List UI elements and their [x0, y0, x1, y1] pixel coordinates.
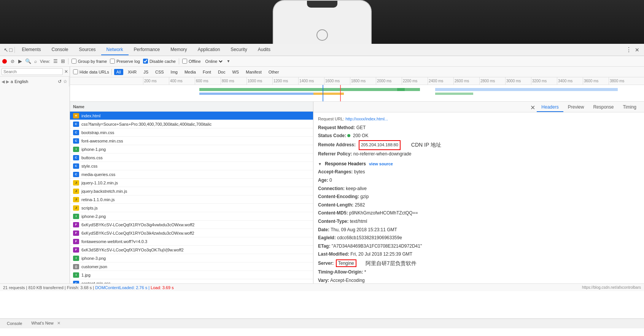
hr-timing-allow: Timing-Allow-Origin: * [318, 268, 639, 277]
filter-manifest[interactable]: Manifest [243, 69, 264, 75]
hr-date: Date: Thu, 09 Aug 2018 15:23:11 GMT [318, 226, 639, 234]
tick-2200: 2200 ms [402, 77, 428, 85]
filter-other[interactable]: Other [266, 69, 281, 75]
tab-console-bottom[interactable]: Console [3, 320, 26, 328]
filter-media[interactable]: Media [182, 69, 198, 75]
disable-cache-checkbox[interactable] [143, 59, 148, 64]
devtools-icon-pointer[interactable]: ↖ [4, 47, 8, 53]
filter-img[interactable]: Img [169, 69, 180, 75]
search-icon[interactable]: ⌕ [34, 59, 37, 64]
group-by-frame-label[interactable]: Group by frame [72, 59, 107, 64]
more-icon[interactable]: ⋮ [626, 46, 632, 53]
hide-data-urls-checkbox[interactable] [73, 69, 78, 74]
file-row-buttons[interactable]: C buttons.css [70, 154, 313, 162]
file-row-media-queries[interactable]: C media-queries.css [70, 170, 313, 179]
tree-view-icon[interactable]: ⊞ [61, 58, 65, 64]
list-view-icon[interactable]: ☰ [53, 58, 58, 64]
file-row-customer-json[interactable]: {} customer.json [70, 262, 313, 271]
tab-sources[interactable]: Sources [74, 45, 101, 55]
file-row-woff2-1[interactable]: F 6xKydSBYKcSV-LCoeQqfX1RYOo3ig4vwlxdu3c… [70, 221, 313, 229]
file-row-style[interactable]: C style.css [70, 162, 313, 170]
tab-response[interactable]: Response [588, 103, 618, 112]
tab-whats-new[interactable]: What's New ✕ [27, 319, 64, 328]
search-clear-icon[interactable]: ✕ [64, 69, 68, 74]
tab-console[interactable]: Console [46, 45, 74, 55]
file-row-iphone3[interactable]: I iphone-3.png [70, 254, 313, 262]
record-button[interactable] [2, 59, 7, 64]
refresh-icon[interactable]: ↺ [58, 79, 62, 84]
hr-eagleid: EagleId: cdcc68cb15338281906963359e [318, 234, 639, 242]
file-row-backstretch[interactable]: J jquery.backstretch.min.js [70, 187, 313, 195]
filter-icon[interactable]: 🔍 [25, 58, 31, 64]
tl-load-line [340, 85, 341, 102]
filter-css[interactable]: CSS [153, 69, 166, 75]
file-row-bootstrap[interactable]: C bootstrap.min.css [70, 128, 313, 137]
filter-xhr[interactable]: XHR [126, 69, 139, 75]
tab-security[interactable]: Security [225, 45, 252, 55]
filter-all[interactable]: All [114, 69, 123, 75]
file-row-fontawesome[interactable]: C font-awesome.min.css [70, 137, 313, 145]
tab-preview[interactable]: Preview [563, 103, 589, 112]
file-name: jquery-1.10.2.min.js [81, 181, 118, 185]
file-row-woff2-2[interactable]: F 6xKydSBYKcSV-LCoeQqfX1RYOo3ik4zwlxdu3c… [70, 229, 313, 237]
timeline-bars-container [70, 85, 644, 102]
bookmark-icon[interactable]: ☆ [63, 79, 67, 84]
file-name: retina-1.1.0.min.js [81, 197, 114, 202]
file-icon-img4: I [73, 272, 79, 278]
file-row-iphone2[interactable]: I iphone-2.png [70, 212, 313, 221]
file-name: 6xK3dSBYKcSV-LCoeQqfX1RYOo3qOK7lujVj9w.w… [81, 248, 184, 252]
left-sidebar: ✕ ◀ ▶ a English ↺ ☆ [0, 67, 70, 283]
hide-data-urls-label[interactable]: Hide data URLs [73, 69, 109, 74]
video-icon[interactable]: ▶ [18, 58, 22, 64]
filter-doc[interactable]: Doc [216, 69, 228, 75]
tab-application[interactable]: Application [192, 45, 226, 55]
file-row-woff-fa[interactable]: F fontawesome-webfont.woff?v=4.0.3 [70, 237, 313, 246]
tab-elements[interactable]: Elements [16, 45, 46, 55]
view-source-link[interactable]: view source [369, 162, 393, 166]
file-row-index[interactable]: H index.html [70, 112, 313, 120]
filter-ws[interactable]: WS [230, 69, 241, 75]
tab-memory[interactable]: Memory [165, 45, 192, 55]
panel-close-button[interactable]: ✕ [529, 103, 537, 112]
file-row-1-jpg[interactable]: I 1.jpg [70, 271, 313, 279]
tick-1800: 1800 ms [350, 77, 376, 85]
file-icon-img2: I [73, 214, 79, 219]
filter-bar: Hide data URLs All XHR JS CSS Img Media … [70, 67, 644, 77]
status-bar: 21 requests | 810 KB transferred | Finis… [0, 283, 644, 291]
throttle-select[interactable]: Online [204, 59, 224, 64]
tab-performance[interactable]: Performance [129, 45, 165, 55]
filter-font[interactable]: Font [200, 69, 213, 75]
stop-recording-icon[interactable]: ⊘ [10, 59, 15, 64]
disable-cache-label[interactable]: Disable cache [143, 59, 176, 64]
file-row-jquery[interactable]: J jquery-1.10.2.min.js [70, 179, 313, 187]
file-row-css1[interactable]: C css?family=Source+Sans+Pro:300,400,700… [70, 120, 313, 128]
file-row-content-css[interactable]: C content.min.css [70, 279, 313, 283]
file-row-iphone1[interactable]: I iphone-1.png [70, 145, 313, 154]
file-row-retina[interactable]: J retina-1.1.0.min.js [70, 195, 313, 204]
file-icon-css2: C [73, 130, 79, 135]
file-icon-font3: F [73, 239, 79, 244]
tab-audits[interactable]: Audits [253, 45, 276, 55]
search-input[interactable] [2, 68, 63, 75]
file-row-scripts[interactable]: J scripts.js [70, 204, 313, 212]
group-by-frame-checkbox[interactable] [72, 59, 76, 64]
dom-content-loaded-link[interactable]: DOMContentLoaded: 2.76 s | [95, 285, 149, 290]
tab-network[interactable]: Network [101, 45, 129, 55]
file-name: iphone-2.png [81, 214, 106, 219]
back-icon[interactable]: ◀ [2, 79, 5, 84]
preserve-log-label[interactable]: Preserve log [110, 59, 140, 64]
whats-new-close[interactable]: ✕ [57, 321, 60, 325]
load-link[interactable]: Load: 3.69 s [151, 285, 174, 290]
hr-accept-ranges: Accept-Ranges: bytes [318, 168, 639, 176]
filter-js[interactable]: JS [141, 69, 151, 75]
offline-label[interactable]: Offline [182, 59, 201, 64]
devtools-icon-mobile[interactable]: □ [9, 47, 12, 53]
preserve-log-checkbox[interactable] [110, 59, 115, 64]
close-devtools-icon[interactable]: ✕ [635, 47, 639, 53]
file-row-woff2-3[interactable]: F 6xK3dSBYKcSV-LCoeQqfX1RYOo3qOK7lujVj9w… [70, 246, 313, 254]
tab-headers[interactable]: Headers [537, 103, 563, 112]
tab-timing[interactable]: Timing [618, 103, 641, 112]
forward-icon[interactable]: ▶ [6, 79, 9, 84]
offline-checkbox[interactable] [182, 59, 187, 64]
response-headers-title: ▼ Response Headers view source [318, 161, 639, 166]
